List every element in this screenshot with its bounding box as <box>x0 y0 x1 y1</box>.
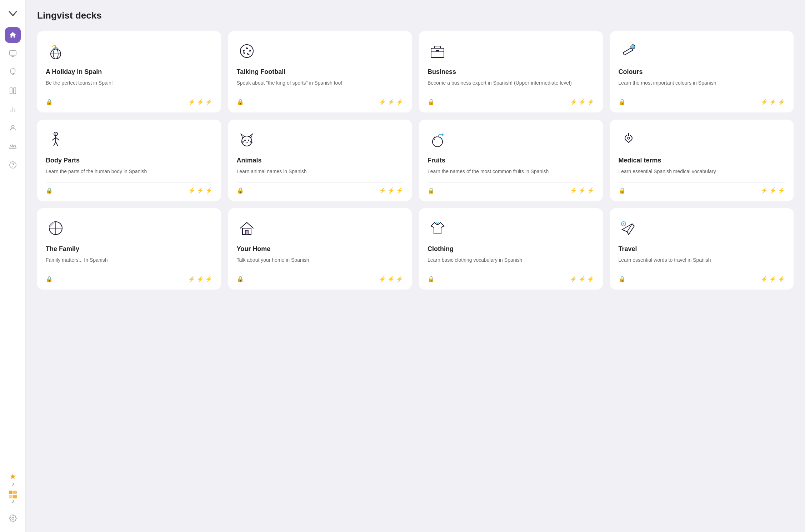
svg-rect-0 <box>9 51 16 55</box>
deck-card-medical[interactable]: Medical terms Learn essential Spanish me… <box>610 120 794 201</box>
bolt-3: ⚡ <box>587 99 594 105</box>
deck-footer-home: 🔒 ⚡ ⚡ ⚡ <box>237 271 404 282</box>
deck-icon-body-parts <box>46 130 66 150</box>
sidebar-streak-section: ★ 0 <box>9 472 16 486</box>
deck-title-colours: Colours <box>619 68 785 76</box>
bolt-2: ⚡ <box>388 99 395 105</box>
difficulty-icons: ⚡ ⚡ ⚡ <box>761 187 785 194</box>
deck-icon-business <box>428 41 448 61</box>
bolt-3: ⚡ <box>205 187 212 194</box>
bolt-2: ⚡ <box>579 187 586 194</box>
deck-card-football[interactable]: Talking Football Speak about "the king o… <box>228 31 412 112</box>
deck-card-business[interactable]: Business Become a business expert in Spa… <box>419 31 603 112</box>
deck-card-holiday-spain[interactable]: A Holiday in Spain Be the perfect touris… <box>37 31 221 112</box>
main-content: Lingvist decks A Holiday in Spain Be the… <box>26 0 805 532</box>
svg-rect-26 <box>623 48 633 55</box>
deck-footer-clothing: 🔒 ⚡ ⚡ ⚡ <box>428 271 594 282</box>
sidebar-item-crown[interactable] <box>5 139 21 154</box>
bolt-1: ⚡ <box>570 187 577 194</box>
svg-line-42 <box>241 142 244 142</box>
deck-footer-family: 🔒 ⚡ ⚡ ⚡ <box>46 271 212 282</box>
bolt-3: ⚡ <box>396 187 403 194</box>
lock-icon: 🔒 <box>46 99 53 105</box>
svg-rect-22 <box>431 48 444 57</box>
svg-point-8 <box>11 125 14 128</box>
deck-desc-clothing: Learn basic clothing vocabulary in Spani… <box>428 256 594 264</box>
deck-footer-medical: 🔒 ⚡ ⚡ ⚡ <box>619 182 785 194</box>
svg-marker-21 <box>242 50 245 52</box>
sidebar-item-chart[interactable] <box>5 101 21 117</box>
svg-line-35 <box>56 142 58 146</box>
lock-icon: 🔒 <box>46 276 53 282</box>
deck-title-medical: Medical terms <box>619 157 785 164</box>
sidebar-item-display[interactable] <box>5 46 21 61</box>
bolt-2: ⚡ <box>769 187 776 194</box>
deck-card-home[interactable]: Your Home Talk about your home in Spanis… <box>228 208 412 290</box>
deck-card-family[interactable]: The Family Family matters... In Spanish … <box>37 208 221 290</box>
sidebar-grid-section: 0 <box>9 491 17 503</box>
deck-desc-home: Talk about your home in Spanish <box>237 256 404 264</box>
bolt-3: ⚡ <box>778 99 785 105</box>
bolt-3: ⚡ <box>587 187 594 194</box>
sidebar-item-home[interactable] <box>5 27 21 43</box>
bolt-2: ⚡ <box>579 99 586 105</box>
bolt-3: ⚡ <box>396 99 403 105</box>
difficulty-icons: ⚡ ⚡ ⚡ <box>188 187 212 194</box>
svg-point-10 <box>12 166 13 167</box>
grid-count: 0 <box>11 499 14 503</box>
lock-icon: 🔒 <box>619 99 626 105</box>
svg-point-40 <box>248 140 249 141</box>
sidebar-item-brain[interactable] <box>5 64 21 80</box>
difficulty-icons: ⚡ ⚡ ⚡ <box>379 99 403 105</box>
bolt-3: ⚡ <box>205 276 212 282</box>
bolt-1: ⚡ <box>761 99 768 105</box>
svg-marker-17 <box>246 47 248 49</box>
bolt-1: ⚡ <box>379 99 386 105</box>
sidebar-item-book[interactable] <box>5 83 21 99</box>
deck-icon-travel <box>619 218 639 238</box>
bolt-1: ⚡ <box>570 276 577 282</box>
sidebar-item-person[interactable] <box>5 120 21 136</box>
deck-desc-medical: Learn essential Spanish medical vocabula… <box>619 168 785 175</box>
lock-icon: 🔒 <box>428 99 435 105</box>
deck-title-family: The Family <box>46 245 212 253</box>
deck-title-clothing: Clothing <box>428 245 594 253</box>
sidebar-item-help[interactable] <box>5 157 21 173</box>
deck-icon-animals <box>237 130 257 150</box>
difficulty-icons: ⚡ ⚡ ⚡ <box>188 276 212 282</box>
deck-card-body-parts[interactable]: Body Parts Learn the parts of the human … <box>37 120 221 201</box>
svg-marker-20 <box>243 52 245 55</box>
svg-point-46 <box>441 134 444 136</box>
bolt-2: ⚡ <box>388 187 395 194</box>
bolt-3: ⚡ <box>587 276 594 282</box>
difficulty-icons: ⚡ ⚡ ⚡ <box>188 99 212 105</box>
bolt-3: ⚡ <box>778 276 785 282</box>
lock-icon: 🔒 <box>237 187 244 194</box>
deck-card-colours[interactable]: Colours Learn the most important colours… <box>610 31 794 112</box>
svg-line-34 <box>54 142 56 146</box>
deck-card-fruits[interactable]: Fruits Learn the names of the most commo… <box>419 120 603 201</box>
deck-card-travel[interactable]: Travel Learn essential words to travel i… <box>610 208 794 290</box>
svg-point-48 <box>628 137 630 139</box>
deck-footer-body-parts: 🔒 ⚡ ⚡ ⚡ <box>46 182 212 194</box>
deck-card-animals[interactable]: Animals Learn animal names in Spanish 🔒 … <box>228 120 412 201</box>
sidebar-logo[interactable] <box>5 6 21 21</box>
bolt-1: ⚡ <box>188 99 195 105</box>
deck-title-animals: Animals <box>237 157 404 164</box>
bolt-1: ⚡ <box>379 276 386 282</box>
bolt-1: ⚡ <box>761 187 768 194</box>
deck-desc-body-parts: Learn the parts of the human body in Spa… <box>46 168 212 175</box>
settings-button[interactable] <box>5 511 21 526</box>
lock-icon: 🔒 <box>237 99 244 105</box>
deck-desc-family: Family matters... In Spanish <box>46 256 212 264</box>
bolt-2: ⚡ <box>388 276 395 282</box>
deck-card-clothing[interactable]: Clothing Learn basic clothing vocabulary… <box>419 208 603 290</box>
bolt-1: ⚡ <box>188 276 195 282</box>
bolt-1: ⚡ <box>570 99 577 105</box>
svg-marker-37 <box>241 134 245 137</box>
bolt-1: ⚡ <box>379 187 386 194</box>
deck-desc-travel: Learn essential words to travel in Spani… <box>619 256 785 264</box>
svg-point-30 <box>55 133 56 135</box>
deck-title-holiday-spain: A Holiday in Spain <box>46 68 212 76</box>
svg-point-28 <box>631 45 633 47</box>
